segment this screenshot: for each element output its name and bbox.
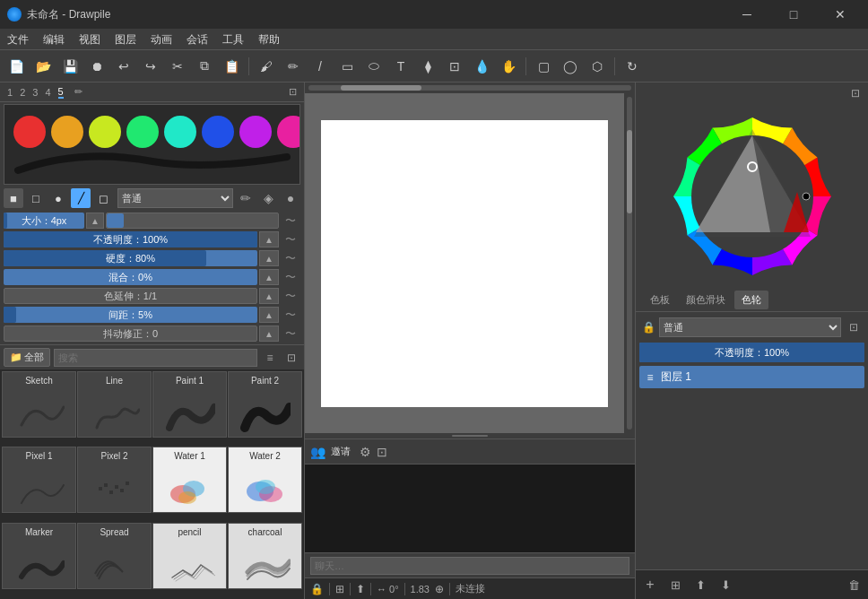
vertical-scrollbar[interactable] bbox=[624, 93, 635, 433]
color-tab-sliders[interactable]: 颜色滑块 bbox=[679, 291, 733, 309]
toolbar-btn-text[interactable]: T bbox=[388, 54, 413, 79]
blend-step-btn[interactable]: ▲ bbox=[259, 269, 279, 285]
brush-charcoal[interactable]: charcoal bbox=[228, 523, 302, 589]
chat-settings-icon[interactable]: ⚙ bbox=[360, 445, 371, 459]
maximize-button[interactable]: □ bbox=[773, 0, 814, 29]
brush-more-btn[interactable]: ● bbox=[281, 188, 300, 208]
spacing-slider[interactable]: 间距：5% bbox=[4, 307, 257, 323]
size-slider[interactable]: 大小：4px bbox=[4, 213, 84, 229]
hardness-slider[interactable]: 硬度：80% bbox=[4, 250, 257, 266]
menu-item-动画[interactable]: 动画 bbox=[143, 29, 179, 50]
stretch-step-btn[interactable]: ▲ bbox=[259, 288, 279, 304]
export-icon[interactable]: ⬆ bbox=[356, 583, 365, 595]
eraser-btn[interactable]: ◻ bbox=[93, 188, 113, 208]
chat-expand-icon[interactable]: ⊡ bbox=[377, 445, 387, 459]
brush-tab-3[interactable]: 3 bbox=[32, 87, 38, 98]
menu-item-图层[interactable]: 图层 bbox=[108, 29, 143, 50]
zoom-icon[interactable]: ⊕ bbox=[435, 583, 444, 595]
horizontal-scrollbar[interactable] bbox=[305, 82, 635, 93]
layer-visibility-icon[interactable]: ≡ bbox=[643, 370, 657, 385]
brush-paint2[interactable]: Paint 2 bbox=[228, 371, 302, 438]
brush-line[interactable]: Line bbox=[77, 371, 152, 438]
toolbar-btn-cut[interactable]: ✂ bbox=[165, 54, 190, 79]
close-button[interactable]: ✕ bbox=[820, 0, 861, 29]
expand-preview-btn[interactable]: ⊡ bbox=[289, 86, 297, 98]
toolbar-btn-transform[interactable]: ⊡ bbox=[442, 54, 467, 79]
toolbar-btn-fill[interactable]: ⧫ bbox=[415, 54, 440, 79]
h-scroll-thumb[interactable] bbox=[341, 85, 421, 91]
folder-btn[interactable]: 📁 全部 bbox=[4, 348, 50, 367]
menu-item-工具[interactable]: 工具 bbox=[215, 29, 251, 50]
delete-layer-btn[interactable]: 🗑 bbox=[843, 574, 864, 595]
toolbar-btn-ellipse[interactable]: ⬭ bbox=[361, 54, 386, 79]
brush-pencil[interactable]: pencil bbox=[152, 523, 227, 589]
toolbar-btn-pencil[interactable]: ✏ bbox=[281, 54, 306, 79]
blend-mode-select[interactable]: 普通 正片叠底 滤色 叠加 bbox=[117, 188, 233, 208]
brush-settings-btn[interactable]: ✏ bbox=[236, 188, 256, 208]
spacing-step-btn[interactable]: ▲ bbox=[259, 307, 279, 323]
menu-item-编辑[interactable]: 编辑 bbox=[36, 29, 72, 50]
invite-btn[interactable]: 邀请 bbox=[331, 445, 351, 458]
toolbar-btn-select-circle[interactable]: ◯ bbox=[558, 54, 583, 79]
add-group-btn[interactable]: ⊞ bbox=[664, 574, 686, 595]
brush-pixel2[interactable]: Pixel 2 bbox=[77, 447, 152, 513]
smooth-step-btn[interactable]: ▲ bbox=[259, 326, 279, 342]
brush-water1[interactable]: Water 1 bbox=[152, 447, 227, 513]
brush-tab-5[interactable]: 5 bbox=[58, 86, 64, 99]
drawing-canvas[interactable] bbox=[321, 120, 608, 407]
fill-circle-btn[interactable]: ● bbox=[48, 188, 68, 208]
toolbar-btn-open[interactable]: 📂 bbox=[30, 54, 56, 79]
toolbar-btn-save[interactable]: 💾 bbox=[57, 54, 82, 79]
toolbar-btn-copy[interactable]: ⧉ bbox=[192, 54, 217, 79]
brush-tab-4[interactable]: 4 bbox=[45, 87, 50, 98]
brush-pixel1[interactable]: Pixel 1 bbox=[2, 447, 76, 513]
layer-opacity-slider[interactable]: 不透明度：100% bbox=[639, 343, 864, 362]
minimize-button[interactable]: ─ bbox=[726, 0, 768, 29]
layer-blend-select[interactable]: 普通 正片叠底 滤色 叠加 bbox=[659, 317, 841, 337]
brush-tool-btn[interactable]: ╱ bbox=[71, 188, 91, 208]
toolbar-btn-record[interactable]: ⏺ bbox=[84, 54, 109, 79]
chat-input[interactable] bbox=[310, 557, 629, 575]
brush-paint1[interactable]: Paint 1 bbox=[152, 371, 227, 438]
brush-tab-1[interactable]: 1 bbox=[7, 87, 13, 98]
v-scroll-thumb[interactable] bbox=[627, 130, 632, 213]
menu-item-会话[interactable]: 会话 bbox=[179, 29, 215, 50]
toolbar-btn-select-free[interactable]: ⬡ bbox=[585, 54, 610, 79]
frame-icon[interactable]: ⊞ bbox=[335, 583, 344, 595]
brush-preset-btn[interactable]: ◈ bbox=[258, 188, 278, 208]
fill-square-btn[interactable]: ■ bbox=[4, 188, 23, 208]
toolbar-btn-more[interactable]: ↻ bbox=[620, 54, 645, 79]
toolbar-btn-pan[interactable]: ✋ bbox=[496, 54, 521, 79]
toolbar-btn-eyedropper[interactable]: 💧 bbox=[469, 54, 494, 79]
menu-item-帮助[interactable]: 帮助 bbox=[251, 29, 287, 50]
blend-slider[interactable]: 混合：0% bbox=[4, 269, 257, 285]
size-step-btn[interactable]: ▲ bbox=[86, 213, 104, 229]
canvas-viewport[interactable] bbox=[305, 93, 624, 433]
move-layer-down-btn[interactable]: ⬇ bbox=[715, 574, 736, 595]
toolbar-btn-new[interactable]: 📄 bbox=[4, 54, 29, 79]
size-fine-slider[interactable] bbox=[106, 213, 279, 229]
add-layer-btn[interactable]: + bbox=[639, 574, 661, 595]
opacity-slider[interactable]: 不透明度：100% bbox=[4, 231, 257, 247]
brush-spread[interactable]: Spread bbox=[77, 523, 152, 589]
color-tab-wheel[interactable]: 色轮 bbox=[734, 291, 768, 309]
hardness-step-btn[interactable]: ▲ bbox=[259, 250, 279, 266]
color-tab-swatches[interactable]: 色板 bbox=[643, 291, 677, 309]
toolbar-btn-paste[interactable]: 📋 bbox=[219, 54, 244, 79]
menu-item-文件[interactable]: 文件 bbox=[0, 29, 36, 50]
layer-expand-btn[interactable]: ⊡ bbox=[845, 318, 863, 336]
toolbar-btn-redo[interactable]: ↪ bbox=[138, 54, 163, 79]
color-panel-expand-btn[interactable]: ⊡ bbox=[846, 84, 864, 102]
layer-item-1[interactable]: ≡ 图层 1 bbox=[639, 366, 864, 388]
library-menu-btn[interactable]: ≡ bbox=[261, 349, 279, 367]
brush-sketch[interactable]: Sketch bbox=[2, 371, 76, 438]
toolbar-btn-brush[interactable]: 🖌 bbox=[254, 54, 279, 79]
brush-water2[interactable]: Water 2 bbox=[228, 447, 302, 513]
brush-tab-2[interactable]: 2 bbox=[20, 87, 25, 98]
toolbar-btn-undo[interactable]: ↩ bbox=[111, 54, 136, 79]
toolbar-btn-line[interactable]: / bbox=[308, 54, 333, 79]
library-expand-btn[interactable]: ⊡ bbox=[282, 349, 300, 367]
toolbar-btn-rect[interactable]: ▭ bbox=[334, 54, 360, 79]
lock-icon[interactable]: 🔒 bbox=[310, 583, 324, 595]
menu-item-视图[interactable]: 视图 bbox=[72, 29, 108, 50]
